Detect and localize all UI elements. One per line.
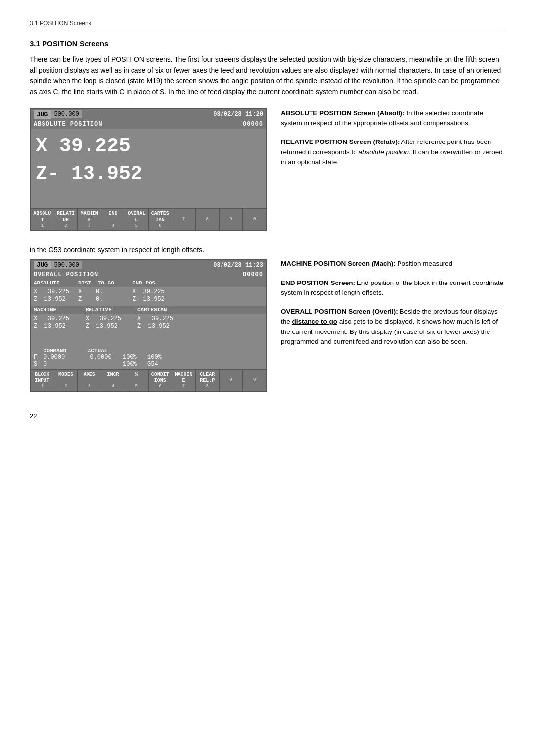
sub-data-section: X 39.225 X 39.225 X 39.225 Z- 13.952 Z- … xyxy=(31,314,266,331)
mode-indicator-2: JUG xyxy=(34,261,51,269)
softkey2-3[interactable]: AXES 3 xyxy=(78,370,101,391)
position-label: ABSOLUTE POSITION xyxy=(34,121,102,128)
mach-x-row: X 39.225 X 39.225 X 39.225 xyxy=(34,315,263,322)
abs-x-val: X 39.225 xyxy=(34,288,78,295)
softkeys-row-2: BLOCK INPUT 1 MODES 2 AXES 3 INCR xyxy=(31,369,266,391)
speed-value: 500.000 xyxy=(51,110,82,118)
s-cmd-val: 0 xyxy=(44,361,83,368)
softkeys-row-1: ABSOLU T 1 RELATI UE 2 MACHIN E 3 END xyxy=(31,208,266,231)
softkey-9[interactable]: 9 xyxy=(220,209,243,231)
cartesian-header: CARTESIAN xyxy=(137,307,189,313)
f-row: F 0.0000 0.0000 100% 100% xyxy=(34,354,263,361)
overall-data-section: X 39.225 X 0. X 39.225 Z- 13.952 Z 0. Z-… xyxy=(31,287,266,304)
end-pos-desc: END POSITION Screen: End position of the… xyxy=(281,278,504,298)
mode-indicator: JUG xyxy=(34,110,51,119)
mach-z-row: Z- 13.952 Z- 13.952 Z- 13.952 xyxy=(34,323,263,330)
datetime-display: 03/02/28 11:20 xyxy=(213,111,263,118)
program-code: O0000 xyxy=(243,121,263,128)
rel-pos-term: RELATIVE POSITION Screen (Relatv): xyxy=(281,138,400,145)
cnc-top-bar-2: JUG 500.000 03/02/28 11:23 xyxy=(31,260,266,270)
cnc-top-bar-1: JUG 500.000 03/02/28 11:20 xyxy=(31,109,266,120)
softkey2-0[interactable]: 0 xyxy=(243,370,266,391)
between-text: in the G53 coordinate system in respect … xyxy=(30,246,504,254)
distance-to-go-text: distance to go xyxy=(292,318,338,325)
softkey-1[interactable]: ABSOLU T 1 xyxy=(31,209,54,231)
softkey2-6[interactable]: CONDIT IONS 6 xyxy=(149,370,173,391)
overall-pos-desc: OVERALL POSITION Screen (Overll): Beside… xyxy=(281,307,504,347)
dist-z-val: Z 0. xyxy=(78,296,133,303)
sub-col-headers: MACHINE RELATIVE CARTESIAN xyxy=(31,306,266,314)
page-number: 22 xyxy=(30,412,504,420)
rel-x-val: X 39.225 xyxy=(86,315,137,322)
f-axis-label: F xyxy=(34,354,44,361)
header-text: 3.1 POSITION Screens xyxy=(30,20,91,27)
speed-value-2: 500.000 xyxy=(51,261,82,269)
program-code-2: O0000 xyxy=(243,271,263,278)
softkey-3[interactable]: MACHIN E 3 xyxy=(78,209,101,231)
abs-position-desc: ABSOLUTE POSITION Screen (Absolt): In th… xyxy=(281,108,504,129)
command-actual-section: COMMAND ACTUAL F 0.0000 0.0000 100% 100%… xyxy=(31,346,266,369)
z-row: Z- 13.952 Z 0. Z- 13.952 xyxy=(34,296,263,303)
datetime-display-2: 03/02/28 11:23 xyxy=(213,262,263,269)
section-title: 3.1 POSITION Screens xyxy=(30,39,504,47)
screen1-container: JUG 500.000 03/02/28 11:20 ABSOLUTE POSI… xyxy=(30,108,267,236)
softkey-0[interactable]: 0 xyxy=(243,209,266,231)
x-row: X 39.225 X 0. X 39.225 xyxy=(34,288,263,295)
cnc-body-1: X 39.225 Z- 13.952 xyxy=(31,129,266,208)
page-header: 3.1 POSITION Screens xyxy=(30,20,504,29)
relative-header: RELATIVE xyxy=(86,307,137,313)
screen2-container: JUG 500.000 03/02/28 11:23 OVERALL POSIT… xyxy=(30,259,267,397)
rel-z-val: Z- 13.952 xyxy=(86,323,137,330)
cnc-header-row-2: OVERALL POSITION O0000 xyxy=(31,270,266,279)
italic-text: absolute position xyxy=(359,148,409,156)
cart-x-val: X 39.225 xyxy=(137,315,189,322)
machine-pos-term: MACHINE POSITION Screen (Mach): xyxy=(281,260,396,267)
f-pct1: 100% xyxy=(123,354,147,361)
f-act-val: 0.0000 xyxy=(83,354,123,361)
mach-z-val: Z- 13.952 xyxy=(34,323,86,330)
cnc-screen-overall: JUG 500.000 03/02/28 11:23 OVERALL POSIT… xyxy=(30,259,267,392)
descriptions-col-1: ABSOLUTE POSITION Screen (Absolt): In th… xyxy=(281,108,504,236)
softkey-2[interactable]: RELATI UE 2 xyxy=(54,209,78,231)
end-x-val: X 39.225 xyxy=(133,288,172,295)
col-header-dist: DIST. TO GO xyxy=(78,280,133,286)
x-position: X 39.225 xyxy=(36,133,261,160)
s-axis-label: S xyxy=(34,361,44,368)
softkey-8[interactable]: 8 xyxy=(196,209,220,231)
intro-paragraph: There can be five types of POSITION scre… xyxy=(30,54,504,97)
softkey-7[interactable]: 7 xyxy=(172,209,196,231)
s-pct2: G54 xyxy=(147,361,172,368)
softkey-5[interactable]: OVERAL L 5 xyxy=(125,209,149,231)
cart-z-val: Z- 13.952 xyxy=(137,323,189,330)
act-label-header: ACTUAL xyxy=(78,348,123,354)
softkey-4[interactable]: END 4 xyxy=(101,209,125,231)
softkey2-7[interactable]: MACHIN E 7 xyxy=(172,370,196,391)
section-screen1-block: JUG 500.000 03/02/28 11:20 ABSOLUTE POSI… xyxy=(30,108,504,236)
descriptions-col-2: MACHINE POSITION Screen (Mach): Position… xyxy=(281,259,504,397)
cnc-header-row-1: ABSOLUTE POSITION O0000 xyxy=(31,120,266,129)
abs-z-val: Z- 13.952 xyxy=(34,296,78,303)
end-pos-term: END POSITION Screen: xyxy=(281,279,355,286)
cmd-label-header: COMMAND xyxy=(34,348,68,354)
f-pct2: 100% xyxy=(147,354,172,361)
softkey2-2[interactable]: MODES 2 xyxy=(54,370,78,391)
cmd-act-headers: COMMAND ACTUAL xyxy=(34,348,263,354)
f-cmd-val: 0.0000 xyxy=(44,354,83,361)
dist-x-val: X 0. xyxy=(78,288,133,295)
mach-x-val: X 39.225 xyxy=(34,315,86,322)
softkey2-9[interactable]: 9 xyxy=(220,370,243,391)
machine-pos-desc: MACHINE POSITION Screen (Mach): Position… xyxy=(281,259,504,269)
machine-header: MACHINE xyxy=(34,307,86,313)
overall-pos-term: OVERALL POSITION Screen (Overll): xyxy=(281,308,398,315)
z-position: Z- 13.952 xyxy=(36,160,261,188)
cnc-screen-absolute: JUG 500.000 03/02/28 11:20 ABSOLUTE POSI… xyxy=(30,108,267,232)
softkey2-clear[interactable]: CLEAR REL.P 8 xyxy=(196,370,220,391)
col-header-absolute: ABSOLUTE xyxy=(34,280,78,286)
softkey2-1[interactable]: BLOCK INPUT 1 xyxy=(31,370,54,391)
softkey2-5[interactable]: % 5 xyxy=(125,370,149,391)
end-z-val: Z- 13.952 xyxy=(133,296,172,303)
col-header-end: END POS. xyxy=(133,280,172,286)
softkey2-4[interactable]: INCR 4 xyxy=(101,370,125,391)
softkey-6[interactable]: CARTES IAN 6 xyxy=(149,209,173,231)
overall-col-headers: ABSOLUTE DIST. TO GO END POS. xyxy=(31,279,266,287)
